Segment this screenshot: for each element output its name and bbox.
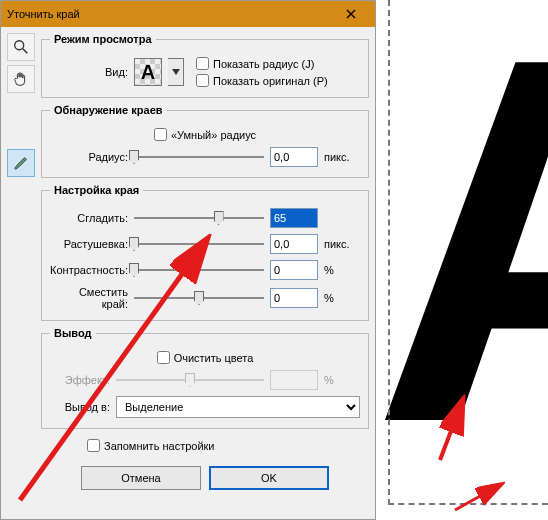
svg-line-1	[23, 49, 28, 54]
radius-unit: пикс.	[324, 151, 360, 163]
output-select[interactable]: Выделение	[116, 396, 360, 418]
view-mode-legend: Режим просмотра	[50, 33, 156, 45]
smooth-label: Сгладить:	[50, 212, 128, 224]
remember-checkbox[interactable]: Запомнить настройки	[87, 439, 369, 452]
show-radius-input[interactable]	[196, 57, 209, 70]
remember-label: Запомнить настройки	[104, 440, 215, 452]
output-legend: Вывод	[50, 327, 96, 339]
view-swatch[interactable]: A	[134, 58, 162, 86]
effect-unit: %	[324, 374, 360, 386]
show-original-input[interactable]	[196, 74, 209, 87]
svg-point-0	[15, 41, 24, 50]
decontaminate-label: Очистить цвета	[174, 352, 254, 364]
zoom-tool[interactable]	[7, 33, 35, 61]
edge-detection-group: Обнаружение краев «Умный» радиус Радиус:…	[41, 104, 369, 178]
feather-slider[interactable]	[134, 235, 264, 253]
show-radius-checkbox[interactable]: Показать радиус (J)	[196, 57, 328, 70]
hand-tool[interactable]	[7, 65, 35, 93]
effect-slider	[116, 371, 264, 389]
preview-letter-A: A	[372, 0, 548, 500]
decontaminate-checkbox[interactable]: Очистить цвета	[157, 351, 254, 364]
smooth-slider[interactable]	[134, 209, 264, 227]
show-original-checkbox[interactable]: Показать оригинал (P)	[196, 74, 328, 87]
remember-input[interactable]	[87, 439, 100, 452]
effect-input	[270, 370, 318, 390]
window-title: Уточнить край	[7, 8, 333, 20]
refine-edge-dialog: Уточнить край Режим просмотра Вид: A	[0, 0, 376, 520]
shift-slider[interactable]	[134, 289, 264, 307]
ok-button[interactable]: OK	[209, 466, 329, 490]
shift-input[interactable]	[270, 288, 318, 308]
feather-input[interactable]	[270, 234, 318, 254]
smart-radius-checkbox[interactable]: «Умный» радиус	[154, 128, 256, 141]
radius-label: Радиус:	[50, 151, 128, 163]
contrast-label: Контрастность:	[50, 264, 128, 276]
feather-unit: пикс.	[324, 238, 360, 250]
view-label: Вид:	[50, 66, 128, 78]
view-mode-group: Режим просмотра Вид: A Показать радиус (…	[41, 33, 369, 98]
show-original-label: Показать оригинал (P)	[213, 75, 328, 87]
smart-radius-label: «Умный» радиус	[171, 129, 256, 141]
close-button[interactable]	[333, 2, 369, 26]
smooth-input[interactable]	[270, 208, 318, 228]
shift-unit: %	[324, 292, 360, 304]
decontaminate-input[interactable]	[157, 351, 170, 364]
adjust-edge-legend: Настройка края	[50, 184, 143, 196]
feather-label: Растушевка:	[50, 238, 128, 250]
smart-radius-input[interactable]	[154, 128, 167, 141]
view-swatch-dropdown[interactable]	[168, 58, 184, 86]
contrast-unit: %	[324, 264, 360, 276]
radius-input[interactable]	[270, 147, 318, 167]
cancel-button[interactable]: Отмена	[81, 466, 201, 490]
edge-detection-legend: Обнаружение краев	[50, 104, 167, 116]
titlebar: Уточнить край	[1, 1, 375, 27]
output-group: Вывод Очистить цвета Эффект: % В	[41, 327, 369, 429]
contrast-input[interactable]	[270, 260, 318, 280]
adjust-edge-group: Настройка края Сгладить: Растушевка: пик	[41, 184, 369, 321]
shift-label: Сместить край:	[50, 286, 128, 310]
effect-label: Эффект:	[50, 374, 110, 386]
tool-column	[7, 33, 37, 515]
refine-brush-tool[interactable]	[7, 149, 35, 177]
radius-slider[interactable]	[134, 148, 264, 166]
output-to-label: Вывод в:	[50, 401, 110, 413]
show-radius-label: Показать радиус (J)	[213, 58, 314, 70]
contrast-slider[interactable]	[134, 261, 264, 279]
